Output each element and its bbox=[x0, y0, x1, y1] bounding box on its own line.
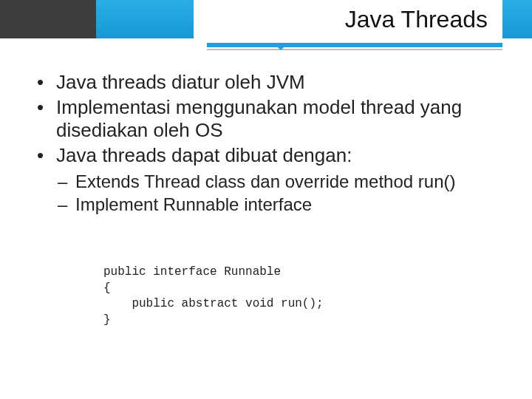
bullet-item: Java threads dapat dibuat dengan: Extend… bbox=[35, 144, 497, 215]
sub-bullet-text: Extends Thread class dan override method… bbox=[75, 171, 456, 191]
bullet-item: Java threads diatur oleh JVM bbox=[35, 71, 497, 95]
bullet-text: Implementasi menggunakan model thread ya… bbox=[56, 96, 462, 142]
slide-body: Java threads diatur oleh JVM Implementas… bbox=[35, 71, 497, 216]
sub-bullet-item: Extends Thread class dan override method… bbox=[56, 171, 497, 192]
code-block: public interface Runnable { public abstr… bbox=[103, 265, 324, 328]
title-notch-icon bbox=[273, 43, 288, 50]
code-line: public abstract void run(); bbox=[103, 297, 324, 310]
sub-bullet-item: Implement Runnable interface bbox=[56, 194, 497, 215]
code-line: } bbox=[103, 313, 111, 327]
slide-title: Java Threads bbox=[345, 6, 488, 33]
sub-bullet-list: Extends Thread class dan override method… bbox=[56, 171, 497, 216]
code-line: { bbox=[103, 282, 111, 295]
slide: Java Threads Java threads diatur oleh JV… bbox=[0, 0, 532, 399]
title-underline-grey bbox=[207, 49, 502, 50]
bullet-list: Java threads diatur oleh JVM Implementas… bbox=[35, 71, 497, 215]
title-underline-blue bbox=[207, 43, 502, 47]
sub-bullet-text: Implement Runnable interface bbox=[75, 194, 312, 214]
bullet-text: Java threads diatur oleh JVM bbox=[56, 71, 305, 93]
code-line: public interface Runnable bbox=[103, 265, 281, 279]
bullet-text: Java threads dapat dibuat dengan: bbox=[56, 144, 352, 166]
header-accent-dark bbox=[0, 0, 96, 38]
bullet-item: Implementasi menggunakan model thread ya… bbox=[35, 96, 497, 143]
